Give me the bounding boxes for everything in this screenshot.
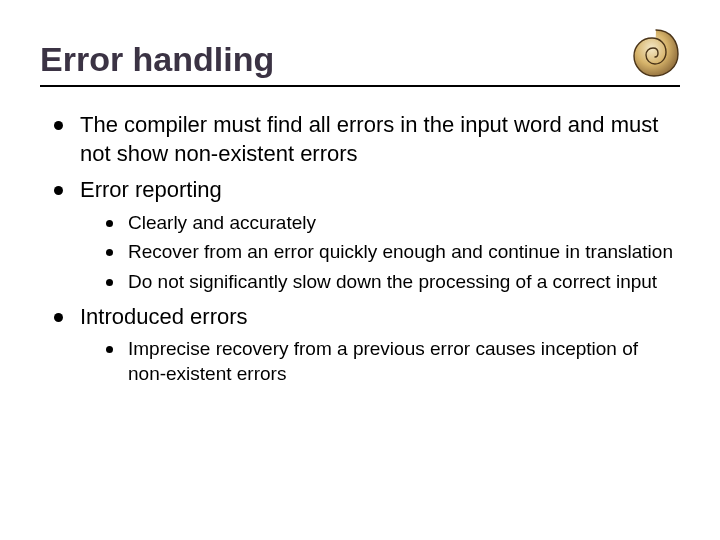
slide: Error handling The compiler must find al… <box>0 0 720 540</box>
list-item: The compiler must find all errors in the… <box>54 111 680 168</box>
bullet-text: Do not significantly slow down the proce… <box>128 271 657 292</box>
list-item: Recover from an error quickly enough and… <box>106 240 680 265</box>
bullet-text: Error reporting <box>80 177 222 202</box>
bullet-text: Clearly and accurately <box>128 212 316 233</box>
bullet-text: Introduced errors <box>80 304 248 329</box>
swirl-icon <box>626 24 682 80</box>
list-item: Error reporting Clearly and accurately R… <box>54 176 680 295</box>
bullet-text: Imprecise recovery from a previous error… <box>128 338 638 384</box>
sub-bullet-list: Imprecise recovery from a previous error… <box>80 337 680 386</box>
sub-bullet-list: Clearly and accurately Recover from an e… <box>80 211 680 295</box>
list-item: Clearly and accurately <box>106 211 680 236</box>
list-item: Introduced errors Imprecise recovery fro… <box>54 303 680 387</box>
list-item: Imprecise recovery from a previous error… <box>106 337 680 386</box>
list-item: Do not significantly slow down the proce… <box>106 270 680 295</box>
title-area: Error handling <box>40 40 680 87</box>
bullet-list: The compiler must find all errors in the… <box>40 111 680 387</box>
bullet-text: The compiler must find all errors in the… <box>80 112 658 166</box>
bullet-text: Recover from an error quickly enough and… <box>128 241 673 262</box>
slide-title: Error handling <box>40 40 680 79</box>
